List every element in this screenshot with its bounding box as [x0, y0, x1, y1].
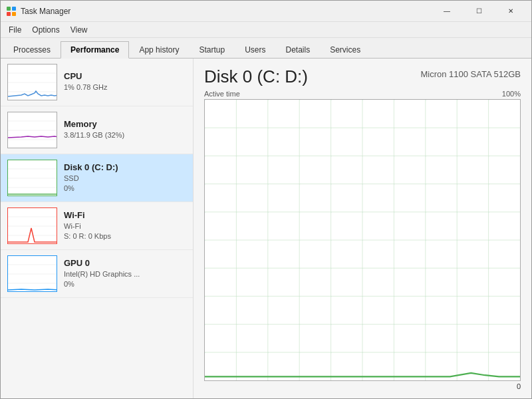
tabs-bar: Processes Performance App history Startu…	[1, 38, 531, 59]
sidebar: CPU 1% 0.78 GHz Memory	[1, 59, 194, 398]
disk-info: Disk 0 (C: D:) SSD 0%	[64, 162, 186, 194]
task-manager-window: Task Manager — ☐ ✕ File Options View Pro…	[0, 0, 532, 399]
gpu-sub2: 0%	[64, 279, 186, 289]
menu-view[interactable]: View	[65, 24, 93, 36]
menu-options[interactable]: Options	[27, 24, 65, 36]
memory-thumbnail	[7, 112, 57, 148]
svg-rect-1	[12, 7, 16, 11]
sidebar-item-cpu[interactable]: CPU 1% 0.78 GHz	[1, 59, 193, 106]
cpu-title: CPU	[64, 71, 186, 81]
chart-zero-label: 0	[517, 382, 521, 390]
tab-users[interactable]: Users	[235, 41, 275, 59]
wifi-thumbnail	[7, 207, 57, 244]
tab-details[interactable]: Details	[275, 41, 320, 59]
gpu-info: GPU 0 Intel(R) HD Graphics ... 0%	[64, 258, 186, 290]
close-button[interactable]: ✕	[495, 1, 526, 21]
wifi-title: Wi-Fi	[64, 210, 186, 220]
window-controls: — ☐ ✕	[432, 1, 526, 21]
title-bar: Task Manager — ☐ ✕	[1, 1, 531, 22]
tab-performance[interactable]: Performance	[61, 41, 129, 59]
disk-model: Micron 1100 SATA 512GB	[420, 69, 521, 79]
memory-title: Memory	[64, 119, 186, 129]
gpu-title: GPU 0	[64, 258, 186, 268]
cpu-thumbnail	[7, 64, 57, 100]
app-icon	[6, 6, 17, 17]
cpu-info: CPU 1% 0.78 GHz	[64, 71, 186, 92]
tab-processes[interactable]: Processes	[3, 41, 61, 59]
disk-sub1: SSD	[64, 174, 186, 184]
percent-label: 100%	[502, 90, 521, 98]
svg-rect-3	[12, 12, 16, 16]
chart-bottom-label: 0	[204, 382, 521, 390]
maximize-button[interactable]: ☐	[464, 1, 494, 21]
disk-thumbnail	[7, 160, 57, 196]
sidebar-item-gpu[interactable]: GPU 0 Intel(R) HD Graphics ... 0%	[1, 250, 193, 298]
content-area: CPU 1% 0.78 GHz Memory	[1, 59, 531, 398]
tab-apphistory[interactable]: App history	[129, 41, 189, 59]
memory-subtitle: 3.8/11.9 GB (32%)	[64, 130, 186, 140]
sidebar-item-memory[interactable]: Memory 3.8/11.9 GB (32%)	[1, 106, 193, 154]
main-header: Disk 0 (C: D:) Micron 1100 SATA 512GB	[204, 66, 521, 87]
active-time-label: Active time	[204, 90, 240, 98]
window-title: Task Manager	[21, 7, 432, 16]
tab-services[interactable]: Services	[320, 41, 370, 59]
menu-bar: File Options View	[1, 22, 531, 38]
menu-file[interactable]: File	[3, 24, 27, 36]
gpu-sub1: Intel(R) HD Graphics ...	[64, 269, 186, 279]
svg-rect-2	[7, 12, 11, 16]
disk-chart-area	[204, 99, 521, 381]
wifi-sub1: Wi-Fi	[64, 221, 186, 231]
main-panel: Disk 0 (C: D:) Micron 1100 SATA 512GB Ac…	[194, 59, 531, 398]
gpu-thumbnail	[7, 255, 57, 292]
disk-sub2: 0%	[64, 184, 186, 194]
chart-label-row: Active time 100%	[204, 90, 521, 98]
wifi-info: Wi-Fi Wi-Fi S: 0 R: 0 Kbps	[64, 210, 186, 242]
chart-grid-svg	[205, 100, 520, 380]
minimize-button[interactable]: —	[432, 1, 462, 21]
sidebar-item-wifi[interactable]: Wi-Fi Wi-Fi S: 0 R: 0 Kbps	[1, 202, 193, 250]
cpu-subtitle: 1% 0.78 GHz	[64, 82, 186, 92]
sidebar-item-disk[interactable]: Disk 0 (C: D:) SSD 0%	[1, 154, 193, 202]
disk-main-title: Disk 0 (C: D:)	[204, 66, 308, 87]
disk-title-sidebar: Disk 0 (C: D:)	[64, 162, 186, 172]
svg-rect-0	[7, 7, 11, 11]
wifi-sub2: S: 0 R: 0 Kbps	[64, 231, 186, 241]
tab-startup[interactable]: Startup	[189, 41, 235, 59]
memory-info: Memory 3.8/11.9 GB (32%)	[64, 119, 186, 140]
